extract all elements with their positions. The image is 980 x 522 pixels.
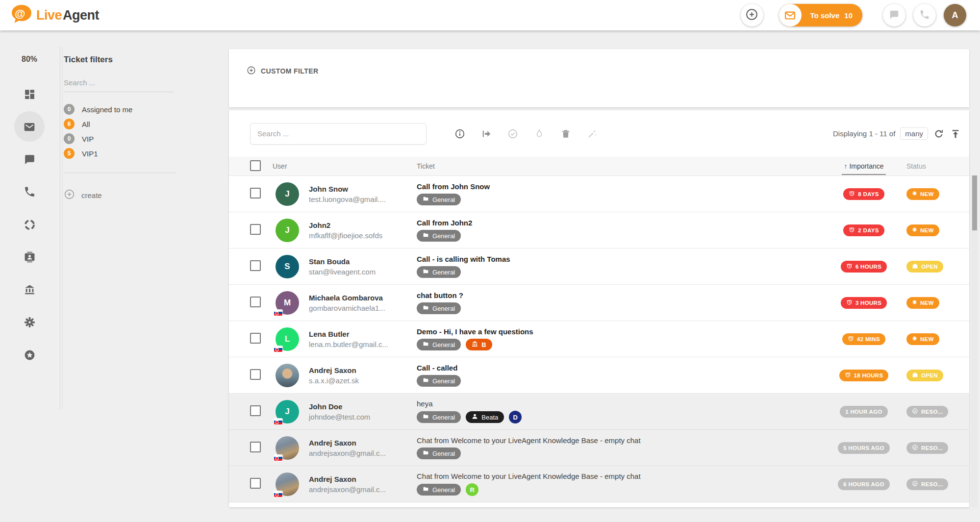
ticket-search-input[interactable]: [250, 123, 427, 145]
sidebar-item-contacts[interactable]: [0, 251, 59, 265]
table-row[interactable]: JJohn2mfkaflf@jfioejioe.sofdsCall from J…: [229, 212, 969, 249]
table-row[interactable]: Andrej Saxonandrejsaxon@gmail.c...Chat f…: [229, 466, 969, 502]
avatar: [276, 472, 299, 496]
export-button[interactable]: [950, 128, 961, 140]
user-name: John Doe: [309, 402, 410, 411]
ticket-subject[interactable]: Call from John2: [417, 219, 820, 227]
table-row[interactable]: SStan Boudastan@liveagent.comCall - is c…: [229, 249, 969, 285]
ticket-subject[interactable]: Chat from Welcome to your LiveAgent Know…: [417, 436, 820, 445]
chat-bubble-icon: [889, 9, 900, 22]
initial-tag[interactable]: D: [509, 411, 522, 423]
agent-avatar[interactable]: A: [944, 4, 966, 26]
calls-button[interactable]: [913, 4, 936, 26]
filter-item-all[interactable]: 6 All: [64, 119, 184, 129]
department-tag[interactable]: General: [417, 194, 461, 205]
importance-badge: 18 HOURS: [839, 370, 889, 381]
delete-button[interactable]: [560, 128, 572, 140]
refresh-button[interactable]: [933, 128, 945, 140]
initial-tag[interactable]: R: [466, 483, 478, 496]
open-envelope-icon: [912, 372, 918, 379]
ticket-subject[interactable]: Call - called: [417, 364, 820, 372]
sidebar-item-calls[interactable]: [0, 186, 59, 200]
table-row[interactable]: JJohn Snowtest.luongova@gmail....Call fr…: [229, 176, 969, 212]
ticket-subject[interactable]: Chat from Welcome to your LiveAgent Know…: [417, 472, 820, 480]
panel-divider: [62, 47, 63, 409]
sidebar-item-gamification[interactable]: [0, 349, 59, 363]
bank-icon: [472, 341, 478, 348]
department-tag[interactable]: General: [417, 375, 461, 387]
department-tag[interactable]: General: [417, 266, 461, 278]
person-icon: [472, 413, 478, 421]
ticket-subject[interactable]: Call - is calling with Tomas: [417, 255, 820, 263]
row-checkbox[interactable]: [250, 224, 261, 235]
status-badge: OPEN: [906, 261, 943, 273]
ticket-subject[interactable]: Call from John Snow: [417, 182, 820, 191]
row-checkbox[interactable]: [250, 333, 261, 344]
to-solve-button[interactable]: To solve 10: [779, 4, 862, 26]
agent-tag[interactable]: Beata: [466, 411, 504, 423]
filter-item-vip[interactable]: 0 VIP: [64, 133, 184, 144]
row-checkbox[interactable]: [250, 297, 261, 307]
sidebar-item-company[interactable]: [0, 284, 59, 298]
star-circle-icon: [24, 349, 36, 363]
column-status[interactable]: Status: [906, 162, 964, 170]
filter-item-assigned-to-me[interactable]: 0 Assigned to me: [64, 104, 184, 115]
divider: [64, 173, 176, 173]
chats-button[interactable]: [883, 4, 905, 26]
scrollbar[interactable]: [971, 175, 978, 507]
user-name: John Snow: [309, 185, 410, 193]
liveagent-logo[interactable]: @ Live Agent: [11, 4, 99, 26]
column-user[interactable]: User: [273, 162, 417, 170]
total-count[interactable]: many: [900, 127, 928, 140]
department-tag[interactable]: General: [417, 339, 461, 350]
table-row[interactable]: MMichaela Gombarovagombarovamichaela1...…: [229, 285, 969, 321]
ticket-subject[interactable]: heya: [417, 399, 820, 408]
table-row[interactable]: LLena Butlerlena.m.butler@gmail.c...Demo…: [229, 321, 969, 357]
department-tag[interactable]: General: [417, 447, 461, 459]
sidebar-item-dashboard[interactable]: [0, 88, 59, 102]
panel-title: Ticket filters: [64, 55, 184, 65]
displaying-label: Displaying 1 - 11 of: [833, 129, 895, 138]
select-all-checkbox[interactable]: [250, 160, 261, 171]
table-row[interactable]: Andrej SaxonManual created ticket - inte…: [229, 502, 969, 507]
department-tag[interactable]: General: [417, 484, 461, 496]
department-tag[interactable]: General: [417, 230, 461, 242]
merge-button[interactable]: [586, 128, 598, 140]
table-row[interactable]: JJohn Doejohndoe@test.comheyaGeneralBeat…: [229, 394, 969, 430]
ticket-list-panel: Displaying 1 - 11 of many User Ticket ↑ …: [229, 110, 969, 507]
custom-filter-button[interactable]: CUSTOM FILTER: [247, 66, 318, 76]
row-checkbox[interactable]: [250, 369, 261, 380]
flame-button[interactable]: [533, 128, 545, 140]
create-filter-button[interactable]: create: [64, 189, 102, 201]
row-checkbox[interactable]: [250, 260, 261, 271]
department-tag[interactable]: General: [417, 411, 461, 423]
filter-search-input[interactable]: [64, 75, 174, 92]
company-tag[interactable]: B: [466, 339, 492, 350]
add-button[interactable]: [741, 4, 763, 26]
resend-button[interactable]: [480, 128, 492, 140]
info-button[interactable]: [454, 128, 466, 140]
importance-badge: 2 DAYS: [843, 224, 884, 236]
scrollbar-thumb[interactable]: [972, 175, 977, 230]
row-checkbox[interactable]: [250, 405, 261, 416]
plus-circle-icon: [247, 66, 256, 76]
column-ticket[interactable]: Ticket: [417, 162, 827, 170]
filter-item-vip1[interactable]: 5 VIP1: [64, 148, 184, 159]
table-row[interactable]: Andrej Saxonandrejsaxon@gmail.c...Chat f…: [229, 430, 969, 466]
resolve-button[interactable]: [507, 128, 519, 140]
sidebar-item-chats[interactable]: [0, 153, 59, 168]
row-checkbox[interactable]: [250, 188, 261, 199]
plus-circle-icon: [64, 189, 75, 201]
sidebar-item-settings[interactable]: [0, 316, 59, 330]
department-tag[interactable]: General: [417, 302, 461, 314]
column-importance[interactable]: ↑ Importance: [842, 158, 885, 175]
sidebar-item-social[interactable]: [0, 219, 59, 233]
sidebar-item-tickets[interactable]: [0, 121, 59, 135]
importance-badge: 6 HOURS AGO: [838, 478, 889, 490]
row-checkbox[interactable]: [250, 442, 261, 452]
row-checkbox[interactable]: [250, 478, 261, 489]
folder-icon: [423, 413, 429, 421]
table-row[interactable]: Andrej Saxons.a.x.i@azet.skCall - called…: [229, 357, 969, 394]
ticket-subject[interactable]: chat button ?: [417, 291, 820, 299]
ticket-subject[interactable]: Demo - Hi, I have a few questions: [417, 327, 820, 336]
